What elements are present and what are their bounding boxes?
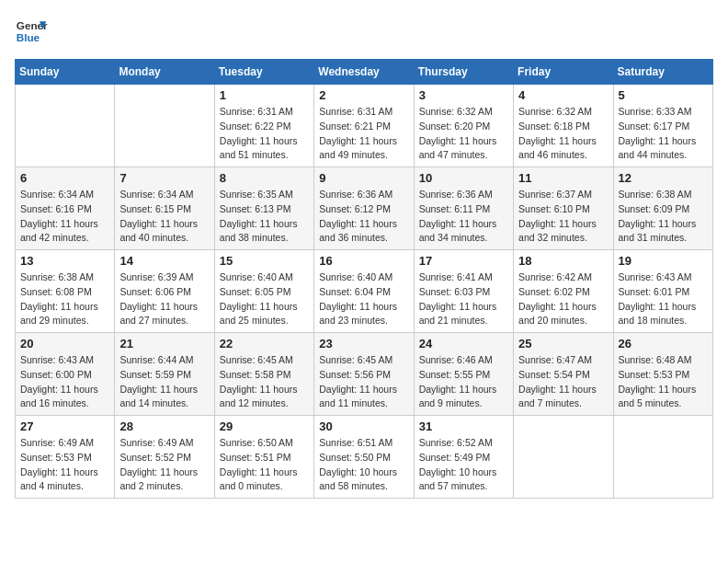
day-detail: Sunrise: 6:38 AMSunset: 6:09 PMDaylight:… (619, 188, 708, 246)
calendar-cell: 21Sunrise: 6:44 AMSunset: 5:59 PMDayligh… (115, 333, 214, 416)
calendar-week-row: 1Sunrise: 6:31 AMSunset: 6:22 PMDaylight… (16, 85, 713, 167)
day-detail: Sunrise: 6:43 AMSunset: 6:00 PMDaylight:… (20, 353, 109, 411)
calendar-cell: 26Sunrise: 6:48 AMSunset: 5:53 PMDayligh… (613, 333, 712, 416)
calendar-cell: 31Sunrise: 6:52 AMSunset: 5:49 PMDayligh… (414, 416, 513, 499)
day-detail: Sunrise: 6:42 AMSunset: 6:02 PMDaylight:… (518, 270, 608, 328)
weekday-header: Wednesday (314, 60, 414, 85)
calendar-cell: 10Sunrise: 6:36 AMSunset: 6:11 PMDayligh… (414, 167, 513, 250)
day-number: 27 (20, 419, 109, 433)
day-number: 15 (220, 254, 309, 268)
calendar-cell: 27Sunrise: 6:49 AMSunset: 5:53 PMDayligh… (16, 416, 115, 499)
calendar-cell: 16Sunrise: 6:40 AMSunset: 6:04 PMDayligh… (314, 250, 414, 333)
day-number: 8 (220, 171, 309, 185)
calendar-cell: 25Sunrise: 6:47 AMSunset: 5:54 PMDayligh… (514, 333, 613, 416)
calendar-cell: 11Sunrise: 6:37 AMSunset: 6:10 PMDayligh… (514, 167, 613, 250)
calendar-cell: 2Sunrise: 6:31 AMSunset: 6:21 PMDaylight… (314, 85, 414, 167)
day-number: 1 (220, 88, 309, 102)
day-detail: Sunrise: 6:37 AMSunset: 6:10 PMDaylight:… (518, 188, 608, 246)
calendar-cell: 18Sunrise: 6:42 AMSunset: 6:02 PMDayligh… (514, 250, 613, 333)
day-number: 29 (220, 419, 309, 433)
day-detail: Sunrise: 6:34 AMSunset: 6:15 PMDaylight:… (119, 188, 209, 246)
day-number: 31 (419, 419, 508, 433)
calendar-header-row: SundayMondayTuesdayWednesdayThursdayFrid… (16, 60, 713, 85)
day-detail: Sunrise: 6:40 AMSunset: 6:04 PMDaylight:… (319, 270, 408, 328)
weekday-header: Saturday (613, 60, 712, 85)
calendar-cell: 13Sunrise: 6:38 AMSunset: 6:08 PMDayligh… (16, 250, 115, 333)
day-detail: Sunrise: 6:34 AMSunset: 6:16 PMDaylight:… (20, 188, 109, 246)
day-detail: Sunrise: 6:41 AMSunset: 6:03 PMDaylight:… (419, 270, 508, 328)
day-number: 19 (619, 254, 708, 268)
calendar-cell (613, 416, 712, 499)
calendar-cell: 23Sunrise: 6:45 AMSunset: 5:56 PMDayligh… (314, 333, 414, 416)
calendar-cell: 24Sunrise: 6:46 AMSunset: 5:55 PMDayligh… (414, 333, 513, 416)
day-detail: Sunrise: 6:36 AMSunset: 6:12 PMDaylight:… (319, 188, 408, 246)
calendar-week-row: 13Sunrise: 6:38 AMSunset: 6:08 PMDayligh… (16, 250, 713, 333)
day-detail: Sunrise: 6:48 AMSunset: 5:53 PMDaylight:… (619, 353, 708, 411)
day-detail: Sunrise: 6:43 AMSunset: 6:01 PMDaylight:… (619, 270, 708, 328)
day-number: 23 (319, 337, 408, 350)
logo: General Blue (15, 15, 48, 48)
day-number: 30 (319, 419, 408, 433)
day-number: 2 (319, 88, 408, 102)
day-detail: Sunrise: 6:50 AMSunset: 5:51 PMDaylight:… (220, 436, 309, 494)
calendar-cell: 17Sunrise: 6:41 AMSunset: 6:03 PMDayligh… (414, 250, 513, 333)
weekday-header: Monday (115, 60, 214, 85)
day-number: 16 (319, 254, 408, 268)
day-number: 3 (419, 88, 508, 102)
day-number: 7 (119, 171, 209, 185)
day-detail: Sunrise: 6:45 AMSunset: 5:58 PMDaylight:… (220, 353, 309, 411)
day-number: 18 (518, 254, 608, 268)
page-header: General Blue (15, 15, 713, 48)
calendar-cell: 30Sunrise: 6:51 AMSunset: 5:50 PMDayligh… (314, 416, 414, 499)
day-detail: Sunrise: 6:47 AMSunset: 5:54 PMDaylight:… (518, 353, 608, 411)
weekday-header: Sunday (16, 60, 115, 85)
day-detail: Sunrise: 6:45 AMSunset: 5:56 PMDaylight:… (319, 353, 408, 411)
day-number: 17 (419, 254, 508, 268)
day-number: 26 (619, 337, 708, 350)
calendar-week-row: 20Sunrise: 6:43 AMSunset: 6:00 PMDayligh… (16, 333, 713, 416)
day-number: 13 (20, 254, 109, 268)
calendar-cell: 14Sunrise: 6:39 AMSunset: 6:06 PMDayligh… (115, 250, 214, 333)
calendar-cell: 8Sunrise: 6:35 AMSunset: 6:13 PMDaylight… (214, 167, 313, 250)
calendar-cell: 5Sunrise: 6:33 AMSunset: 6:17 PMDaylight… (613, 85, 712, 167)
day-detail: Sunrise: 6:51 AMSunset: 5:50 PMDaylight:… (319, 436, 408, 494)
day-detail: Sunrise: 6:35 AMSunset: 6:13 PMDaylight:… (220, 188, 309, 246)
day-detail: Sunrise: 6:33 AMSunset: 6:17 PMDaylight:… (619, 105, 708, 163)
day-number: 22 (220, 337, 309, 350)
day-detail: Sunrise: 6:32 AMSunset: 6:18 PMDaylight:… (518, 105, 608, 163)
day-number: 24 (419, 337, 508, 350)
day-number: 12 (619, 171, 708, 185)
day-number: 25 (518, 337, 608, 350)
calendar-cell: 7Sunrise: 6:34 AMSunset: 6:15 PMDaylight… (115, 167, 214, 250)
day-detail: Sunrise: 6:46 AMSunset: 5:55 PMDaylight:… (419, 353, 508, 411)
calendar-cell: 15Sunrise: 6:40 AMSunset: 6:05 PMDayligh… (214, 250, 313, 333)
day-detail: Sunrise: 6:31 AMSunset: 6:21 PMDaylight:… (319, 105, 408, 163)
weekday-header: Friday (514, 60, 613, 85)
calendar-cell: 22Sunrise: 6:45 AMSunset: 5:58 PMDayligh… (214, 333, 313, 416)
day-number: 4 (518, 88, 608, 102)
day-number: 10 (419, 171, 508, 185)
calendar-cell: 20Sunrise: 6:43 AMSunset: 6:00 PMDayligh… (16, 333, 115, 416)
day-detail: Sunrise: 6:49 AMSunset: 5:52 PMDaylight:… (119, 436, 209, 494)
day-number: 5 (619, 88, 708, 102)
day-detail: Sunrise: 6:38 AMSunset: 6:08 PMDaylight:… (20, 270, 109, 328)
day-detail: Sunrise: 6:44 AMSunset: 5:59 PMDaylight:… (119, 353, 209, 411)
calendar-cell: 19Sunrise: 6:43 AMSunset: 6:01 PMDayligh… (613, 250, 712, 333)
calendar-cell: 9Sunrise: 6:36 AMSunset: 6:12 PMDaylight… (314, 167, 414, 250)
weekday-header: Tuesday (214, 60, 313, 85)
calendar-body: 1Sunrise: 6:31 AMSunset: 6:22 PMDaylight… (16, 85, 713, 499)
day-detail: Sunrise: 6:32 AMSunset: 6:20 PMDaylight:… (419, 105, 508, 163)
day-number: 28 (119, 419, 209, 433)
day-detail: Sunrise: 6:39 AMSunset: 6:06 PMDaylight:… (119, 270, 209, 328)
calendar-table: SundayMondayTuesdayWednesdayThursdayFrid… (15, 59, 713, 499)
calendar-cell (115, 85, 214, 167)
day-detail: Sunrise: 6:40 AMSunset: 6:05 PMDaylight:… (220, 270, 309, 328)
day-number: 21 (119, 337, 209, 350)
weekday-header: Thursday (414, 60, 513, 85)
day-detail: Sunrise: 6:52 AMSunset: 5:49 PMDaylight:… (419, 436, 508, 494)
calendar-cell (16, 85, 115, 167)
day-number: 11 (518, 171, 608, 185)
calendar-cell: 3Sunrise: 6:32 AMSunset: 6:20 PMDaylight… (414, 85, 513, 167)
day-number: 20 (20, 337, 109, 350)
calendar-cell: 12Sunrise: 6:38 AMSunset: 6:09 PMDayligh… (613, 167, 712, 250)
